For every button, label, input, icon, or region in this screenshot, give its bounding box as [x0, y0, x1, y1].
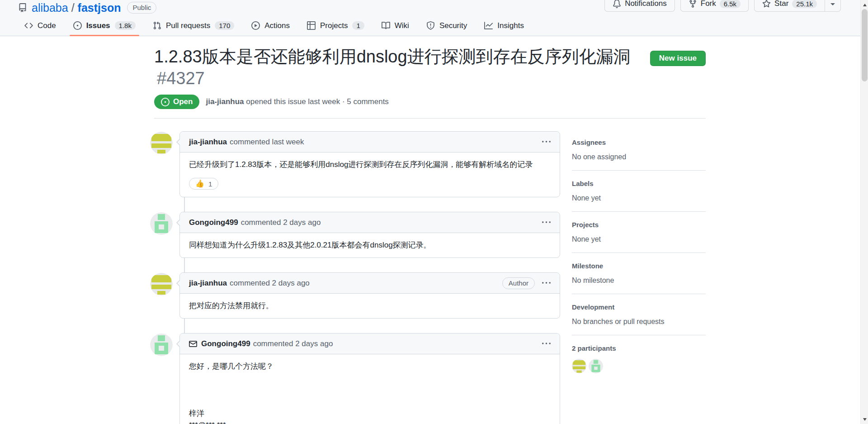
notifications-label: Notifications — [625, 0, 667, 8]
avatar[interactable] — [589, 359, 603, 373]
repo-separator: / — [71, 1, 75, 14]
comment-timestamp: commented 2 days ago — [241, 218, 321, 227]
thumbs-up-icon: 👍 — [195, 180, 204, 188]
star-dropdown-button[interactable] — [825, 0, 841, 12]
issue-opened-icon — [73, 21, 82, 30]
issue-sidebar: Assignees No one assigned Labels None ye… — [572, 131, 706, 373]
pull-requests-count: 170 — [215, 21, 234, 30]
star-label: Star — [774, 0, 788, 8]
comment-body: 把对应的方法禁用就行。 — [180, 294, 560, 318]
avatar[interactable] — [150, 273, 173, 295]
issue-meta-text: jia-jianhua opened this issue last week … — [206, 97, 388, 106]
labels-heading[interactable]: Labels — [572, 180, 706, 187]
comment-author[interactable]: Gongoing499 — [201, 339, 250, 348]
comment-timestamp: commented 2 days ago — [253, 339, 333, 348]
tab-code-label: Code — [38, 21, 56, 30]
tab-projects[interactable]: Projects 1 — [301, 15, 371, 36]
tab-projects-label: Projects — [320, 21, 348, 30]
reaction-count: 1 — [208, 180, 212, 188]
play-icon — [251, 21, 260, 30]
tab-actions[interactable]: Actions — [245, 15, 296, 36]
issue-opened-state-icon — [161, 98, 170, 106]
tab-pull-requests-label: Pull requests — [166, 21, 210, 30]
issue-opened-by[interactable]: jia-jianhua — [206, 97, 244, 106]
issue-layout: jia-jianhua commented last week 已经升级到了1.… — [154, 131, 706, 424]
assignees-heading[interactable]: Assignees — [572, 138, 706, 146]
issue-container: 1.2.83版本是否还能够利用dnslog进行探测到存在反序列化漏洞#4327 … — [154, 36, 706, 424]
bell-icon — [613, 0, 621, 8]
issues-count: 1.8k — [115, 21, 136, 30]
repo-name-link[interactable]: fastjson — [78, 1, 121, 14]
book-icon — [382, 21, 390, 30]
development-value: No branches or pull requests — [572, 318, 706, 326]
comment-card: Gongoing499 commented 2 days ago 您好，是哪几个… — [179, 333, 560, 424]
vertical-scrollbar — [860, 0, 868, 424]
tab-wiki[interactable]: Wiki — [375, 15, 415, 36]
issue-meta-row: Open jia-jianhua opened this issue last … — [154, 95, 706, 119]
repo-header: alibaba / fastjson Public Notifications … — [0, 0, 868, 36]
issue-state-badge: Open — [154, 95, 199, 109]
issue-number: #4327 — [157, 69, 205, 88]
comment-card: jia-jianhua commented 2 days ago Author … — [179, 272, 560, 319]
kebab-icon[interactable] — [542, 218, 551, 227]
comment-author[interactable]: jia-jianhua — [189, 138, 227, 147]
tab-security[interactable]: Security — [420, 15, 473, 36]
comment-header: jia-jianhua commented last week — [180, 132, 560, 152]
tab-insights[interactable]: Insights — [478, 15, 530, 36]
tab-security-label: Security — [439, 21, 467, 30]
repo-owner-link[interactable]: alibaba — [32, 1, 68, 14]
issue-title-row: 1.2.83版本是否还能够利用dnslog进行探测到存在反序列化漏洞#4327 … — [154, 46, 706, 89]
new-issue-button[interactable]: New issue — [650, 51, 706, 66]
comment-author[interactable]: jia-jianhua — [189, 279, 227, 288]
repo-icon — [18, 3, 27, 12]
participants-heading: 2 participants — [572, 344, 706, 352]
comment-card: Gongoing499 commented 2 days ago 同样想知道为什… — [179, 212, 560, 258]
git-pull-request-icon — [153, 21, 161, 30]
avatar[interactable] — [150, 132, 173, 154]
tab-issues-label: Issues — [86, 21, 110, 30]
projects-heading[interactable]: Projects — [572, 221, 706, 229]
sidebar-section-development: Development No branches or pull requests — [572, 294, 706, 335]
notifications-button[interactable]: Notifications — [604, 0, 675, 12]
comment-author[interactable]: Gongoing499 — [189, 218, 238, 227]
tab-issues[interactable]: Issues 1.8k — [67, 15, 142, 36]
tab-code[interactable]: Code — [18, 15, 62, 36]
fork-button[interactable]: Fork 6.5k — [680, 0, 749, 12]
repo-action-buttons: Notifications Fork 6.5k Star 25.1k — [604, 0, 841, 12]
mail-icon — [189, 340, 197, 348]
kebab-icon[interactable] — [542, 138, 551, 146]
tab-wiki-label: Wiki — [395, 21, 409, 30]
comment-timeline: jia-jianhua commented last week 已经升级到了1.… — [154, 131, 560, 424]
tab-insights-label: Insights — [497, 21, 524, 30]
reactions-row: 👍 1 — [180, 177, 560, 197]
sidebar-section-labels: Labels None yet — [572, 171, 706, 212]
scroll-down-icon[interactable] — [861, 415, 868, 423]
scroll-up-icon[interactable] — [861, 1, 868, 9]
avatar[interactable] — [150, 212, 173, 235]
fork-count: 6.5k — [720, 0, 741, 8]
avatar[interactable] — [150, 333, 173, 356]
development-heading[interactable]: Development — [572, 303, 706, 311]
fork-icon — [689, 0, 697, 8]
comment-header: Gongoing499 commented 2 days ago — [180, 212, 560, 233]
shield-icon — [426, 21, 435, 30]
kebab-icon[interactable] — [542, 339, 551, 348]
projects-value: None yet — [572, 235, 706, 243]
star-count: 25.1k — [792, 0, 817, 8]
tab-actions-label: Actions — [264, 21, 290, 30]
sidebar-section-assignees: Assignees No one assigned — [572, 131, 706, 171]
tab-pull-requests[interactable]: Pull requests 170 — [146, 15, 241, 36]
avatar[interactable] — [572, 359, 586, 373]
star-button[interactable]: Star 25.1k — [754, 0, 825, 12]
kebab-icon[interactable] — [542, 279, 551, 287]
sidebar-section-projects: Projects None yet — [572, 212, 706, 253]
comment-body: 已经升级到了1.2.83版本，还是能够利用dnslog进行探测到存在反序列化漏洞… — [180, 152, 560, 177]
star-button-group: Star 25.1k — [754, 0, 841, 12]
star-icon — [762, 0, 771, 8]
comment-timestamp: commented last week — [230, 138, 304, 147]
comment-timestamp: commented 2 days ago — [230, 279, 310, 288]
thumbs-up-reaction[interactable]: 👍 1 — [189, 178, 218, 190]
repo-nav: Code Issues 1.8k Pull requests 170 Actio… — [18, 15, 850, 36]
milestone-heading[interactable]: Milestone — [572, 262, 706, 270]
scrollbar-thumb[interactable] — [862, 9, 868, 81]
